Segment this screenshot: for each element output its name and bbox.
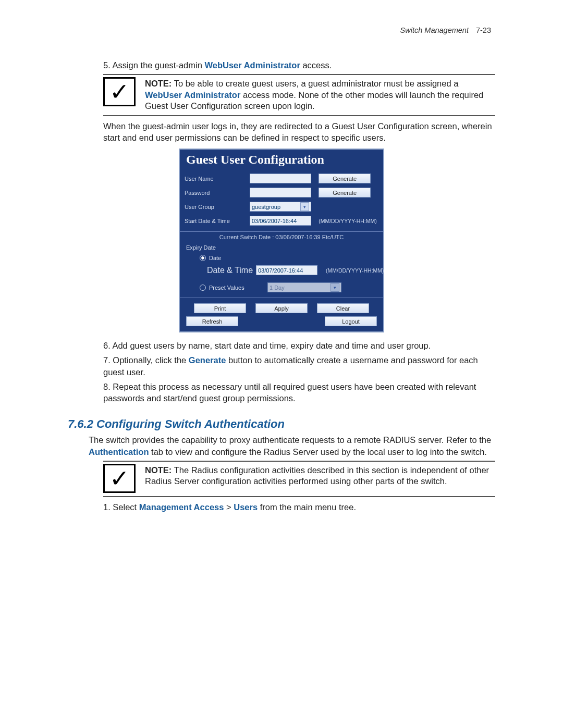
expiry-datetime-hint: (MM/DD/YYYY-HH:MM) <box>326 267 384 274</box>
panel-divider-2 <box>180 298 383 298</box>
chapter-title: Switch Management <box>400 26 469 34</box>
note-label: NOTE: <box>145 79 172 88</box>
step7-bold: Generate <box>189 355 226 365</box>
note-label-2: NOTE: <box>145 465 172 475</box>
generate-password-button[interactable]: Generate <box>319 188 371 198</box>
hr-bottom-1 <box>103 115 495 116</box>
guest-user-config-panel: Guest User Configuration User Name Gener… <box>179 149 384 332</box>
page-header: Switch Management 7-23 <box>68 26 495 34</box>
section-7-6-2-para: The switch provides the capability to pr… <box>89 434 495 458</box>
username-label: User Name <box>184 173 249 184</box>
password-input[interactable] <box>250 188 311 198</box>
bottom-buttons-row2: Refresh Logout <box>184 316 379 326</box>
stepsel-prefix: 1. Select <box>103 502 139 512</box>
startdate-input[interactable] <box>250 216 311 226</box>
note-block-1: ✓ NOTE: To be able to create guest users… <box>103 74 495 116</box>
note2-body: The Radius configuration activities desc… <box>145 465 489 486</box>
document-page: Switch Management 7-23 5. Assign the gue… <box>0 0 563 547</box>
generate-username-button[interactable]: Generate <box>319 174 371 183</box>
radio-date[interactable] <box>200 255 206 261</box>
page-number: 7-23 <box>476 26 491 34</box>
radio-date-label: Date <box>209 255 221 261</box>
chevron-down-icon: ▾ <box>300 202 309 211</box>
note-1-text: NOTE: To be able to create guest users, … <box>145 77 495 112</box>
startdate-label: Start Date & Time <box>184 215 249 226</box>
step-select-menu: 1. Select Management Access > Users from… <box>103 501 495 513</box>
step-7: 7. Optionally, click the Generate button… <box>103 354 495 378</box>
step-5-bold: WebUser Administrator <box>204 60 300 70</box>
radio-preset[interactable] <box>200 285 206 291</box>
stepsel-bold2: Users <box>234 502 258 512</box>
stepsel-gt: > <box>224 502 234 512</box>
expiry-datetime-input[interactable] <box>256 265 317 275</box>
panel-title: Guest User Configuration <box>184 153 379 170</box>
step-8: 8. Repeat this process as necessary unti… <box>103 381 495 404</box>
print-button[interactable]: Print <box>194 303 246 313</box>
logout-button[interactable]: Logout <box>325 316 377 326</box>
preset-select[interactable]: 1 Day ▾ <box>267 282 341 292</box>
startdate-hint: (MM/DD/YYYY-HH:MM) <box>319 218 377 224</box>
stepsel-suffix: from the main menu tree. <box>258 502 356 512</box>
section-7-6-2-title: 7.6.2 Configuring Switch Authentication <box>68 417 495 431</box>
clear-button[interactable]: Clear <box>317 303 369 313</box>
note1-bold: WebUser Administrator <box>145 90 240 100</box>
radio-date-row[interactable]: Date <box>186 255 379 261</box>
step-5: 5. Assign the guest-admin WebUser Admini… <box>103 59 495 71</box>
chevron-down-icon: ▾ <box>331 283 339 292</box>
radio-preset-row[interactable]: Preset Values 1 Day ▾ <box>186 282 379 292</box>
sec762-bold: Authentication <box>89 447 149 456</box>
current-switch-date: Current Switch Date : 03/06/2007-16:39 E… <box>184 234 379 240</box>
sec762-prefix: The switch provides the capability to pr… <box>89 435 491 445</box>
note1-part1: To be able to create guest users, a gues… <box>172 79 458 88</box>
apply-button[interactable]: Apply <box>255 303 308 313</box>
usergroup-select[interactable]: guestgroup ▾ <box>250 202 311 212</box>
step7-prefix: 7. Optionally, click the <box>103 355 189 365</box>
note-check-icon: ✓ <box>103 77 136 106</box>
note-block-2: ✓ NOTE: The Radius configuration activit… <box>103 461 495 497</box>
step-5-suffix: access. <box>300 60 332 70</box>
username-input[interactable] <box>250 174 311 183</box>
hr-bottom-2 <box>103 496 495 497</box>
screenshot-container: Guest User Configuration User Name Gener… <box>68 149 495 332</box>
step-5-prefix: 5. Assign the guest-admin <box>103 60 204 70</box>
para-after-note1: When the guest-admin user logs in, they … <box>103 120 495 144</box>
note-2-text: NOTE: The Radius configuration activitie… <box>145 464 495 487</box>
expiry-datetime-label: Date & Time <box>207 266 252 275</box>
bottom-buttons-row1: Print Apply Clear <box>184 303 379 313</box>
form-table: User Name Generate Password Generate Use… <box>184 170 379 229</box>
stepsel-bold1: Management Access <box>139 502 224 512</box>
radio-preset-label: Preset Values <box>209 285 264 291</box>
checkmark-icon: ✓ <box>109 80 130 104</box>
panel-divider <box>180 231 383 232</box>
note-check-icon-2: ✓ <box>103 464 136 493</box>
preset-value: 1 Day <box>270 285 285 291</box>
sec762-suffix: tab to view and configure the Radius Ser… <box>149 447 487 456</box>
step-6: 6. Add guest users by name, start date a… <box>103 340 495 351</box>
usergroup-label: User Group <box>184 201 249 212</box>
refresh-button[interactable]: Refresh <box>186 316 238 326</box>
usergroup-value: guestgroup <box>252 204 280 210</box>
password-label: Password <box>184 187 249 198</box>
checkmark-icon: ✓ <box>109 466 130 490</box>
expiry-label: Expiry Date <box>186 244 379 251</box>
